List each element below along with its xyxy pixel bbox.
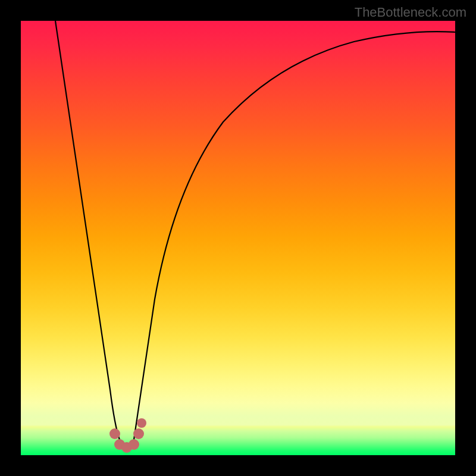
marker-dot (129, 439, 139, 450)
marker-dot (109, 428, 120, 439)
curve-overlay (21, 21, 455, 455)
chart-container: TheBottleneck.com (0, 0, 476, 476)
watermark-text: TheBottleneck.com (355, 5, 466, 20)
marker-dot (133, 428, 144, 439)
plot-area (21, 21, 455, 455)
marker-dot (137, 418, 146, 428)
right-curve (134, 32, 455, 440)
left-curve (55, 21, 120, 440)
